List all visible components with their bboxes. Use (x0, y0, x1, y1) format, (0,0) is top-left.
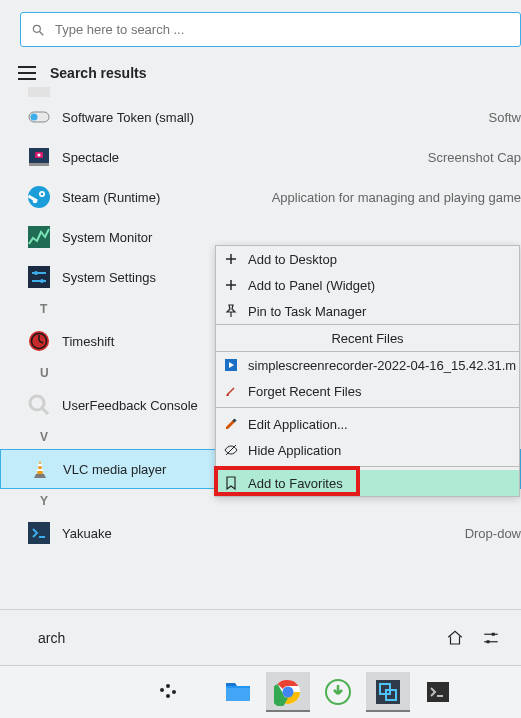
app-desc: Softw (468, 110, 521, 125)
bookmark-icon (224, 476, 238, 490)
yakuake-icon (28, 522, 50, 544)
ctx-pin-task[interactable]: Pin to Task Manager (216, 298, 519, 324)
ctx-label: Add to Panel (Widget) (248, 278, 375, 293)
download-icon (324, 678, 352, 706)
list-item[interactable]: Steam (Runtime) Application for managing… (0, 177, 521, 217)
task-screenshot[interactable] (366, 672, 410, 712)
svg-point-49 (172, 690, 176, 694)
svg-marker-25 (37, 460, 43, 474)
svg-point-6 (37, 153, 40, 156)
screenshot-icon (374, 678, 402, 706)
svg-rect-29 (28, 522, 50, 544)
svg-point-18 (40, 279, 44, 283)
list-item[interactable]: Yakuake Drop-dow (0, 513, 521, 553)
svg-rect-32 (492, 632, 495, 635)
ctx-label: Add to Favorites (248, 476, 343, 491)
terminal-icon (424, 678, 452, 706)
category-label: arch (38, 630, 65, 646)
search-icon (31, 23, 45, 37)
ctx-label: Forget Recent Files (248, 384, 361, 399)
software-token-icon (28, 106, 50, 128)
plus-icon (224, 278, 238, 292)
svg-point-16 (34, 271, 38, 275)
list-item[interactable] (0, 83, 521, 97)
search-input[interactable] (55, 22, 510, 37)
app-icon (28, 87, 50, 97)
kde-menu-icon[interactable] (158, 682, 178, 702)
task-terminal[interactable] (416, 672, 460, 712)
app-launcher: Search results Software Token (small) So… (0, 0, 521, 665)
svg-rect-60 (427, 682, 449, 702)
system-monitor-icon (28, 226, 50, 248)
app-desc: Screenshot Cap (408, 150, 521, 165)
pin-icon (224, 304, 238, 318)
svg-point-46 (160, 688, 164, 692)
ctx-recent-header: Recent Files (216, 324, 519, 352)
ctx-separator (216, 466, 519, 467)
ctx-separator (216, 407, 519, 408)
svg-point-0 (33, 25, 40, 32)
home-button[interactable] (441, 624, 469, 652)
ctx-edit-app[interactable]: Edit Application... (216, 411, 519, 437)
svg-point-23 (30, 396, 44, 410)
ctx-hide-app[interactable]: Hide Application (216, 437, 519, 463)
userfeedback-icon (28, 394, 50, 416)
ctx-add-favorites[interactable]: Add to Favorites (216, 470, 519, 496)
results-title: Search results (50, 65, 147, 81)
svg-rect-7 (29, 163, 49, 166)
video-file-icon (224, 358, 238, 372)
ctx-label: Hide Application (248, 443, 341, 458)
svg-marker-28 (34, 474, 46, 478)
sliders-icon (482, 629, 500, 647)
svg-point-47 (166, 684, 170, 688)
context-menu: Add to Desktop Add to Panel (Widget) Pin… (215, 245, 520, 497)
task-file-manager[interactable] (216, 672, 260, 712)
system-settings-icon (28, 266, 50, 288)
svg-point-3 (31, 114, 38, 121)
svg-point-10 (41, 193, 44, 196)
app-desc: Drop-dow (445, 526, 521, 541)
chrome-icon (274, 678, 302, 706)
vlc-icon (29, 458, 51, 480)
hamburger-icon[interactable] (18, 66, 36, 80)
search-bar[interactable] (20, 12, 521, 47)
edit-icon (224, 417, 238, 431)
taskbar (0, 665, 521, 718)
svg-rect-34 (487, 640, 490, 643)
app-name: Software Token (small) (62, 110, 194, 125)
list-item[interactable]: Software Token (small) Softw (0, 97, 521, 137)
settings-sliders-button[interactable] (477, 624, 505, 652)
svg-rect-26 (38, 464, 42, 466)
ctx-add-panel[interactable]: Add to Panel (Widget) (216, 272, 519, 298)
ctx-label: Edit Application... (248, 417, 348, 432)
svg-marker-51 (226, 683, 237, 686)
ctx-label: Pin to Task Manager (248, 304, 366, 319)
svg-rect-52 (226, 688, 250, 701)
ctx-recent-file[interactable]: simplescreenrecorder-2022-04-16_15.42.31… (216, 352, 519, 378)
home-icon (446, 629, 464, 647)
svg-line-1 (40, 31, 44, 35)
app-desc: Application for managing and playing gam… (252, 190, 521, 205)
ctx-forget-recent[interactable]: Forget Recent Files (216, 378, 519, 404)
list-item[interactable]: Spectacle Screenshot Cap (0, 137, 521, 177)
plus-icon (224, 252, 238, 266)
launcher-bottom-bar: arch (0, 609, 521, 665)
ctx-label: simplescreenrecorder-2022-04-16_15.42.31… (248, 358, 516, 373)
svg-point-48 (166, 694, 170, 698)
ctx-add-desktop[interactable]: Add to Desktop (216, 246, 519, 272)
app-name: VLC media player (63, 462, 166, 477)
app-name: UserFeedback Console (62, 398, 198, 413)
ctx-label: Add to Desktop (248, 252, 337, 267)
timeshift-icon (28, 330, 50, 352)
app-name: Steam (Runtime) (62, 190, 160, 205)
spectacle-icon (28, 146, 50, 168)
task-downloader[interactable] (316, 672, 360, 712)
svg-line-24 (42, 408, 48, 414)
app-name: Spectacle (62, 150, 119, 165)
task-chrome[interactable] (266, 672, 310, 712)
app-name: System Monitor (62, 230, 152, 245)
steam-icon (28, 186, 50, 208)
app-name: Yakuake (62, 526, 112, 541)
app-name: Timeshift (62, 334, 114, 349)
hide-icon (224, 443, 238, 457)
